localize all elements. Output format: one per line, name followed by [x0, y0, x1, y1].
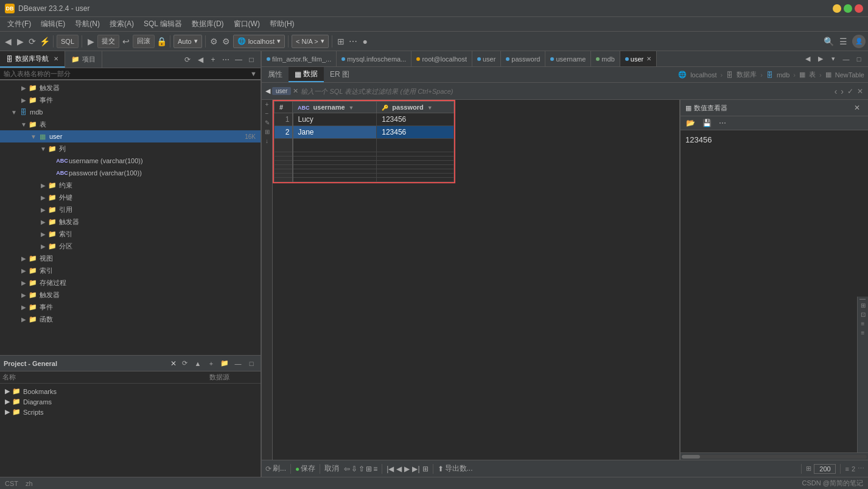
row1-username[interactable]: Lucy: [293, 113, 377, 126]
project-folder-icon[interactable]: 📁: [219, 358, 230, 369]
nav-up-icon[interactable]: ⇧: [359, 465, 365, 473]
toolbar-back-icon[interactable]: ◀: [2, 36, 13, 47]
menu-help[interactable]: 帮助(H): [265, 18, 299, 30]
tree-item-events2[interactable]: ▶ 📁 事件: [0, 301, 261, 313]
editor-tabs-min[interactable]: —: [841, 54, 852, 65]
save-button[interactable]: 保存: [301, 463, 315, 474]
db-search-input[interactable]: [0, 68, 261, 80]
toolbar-link-icon[interactable]: ⚙: [221, 36, 232, 47]
sub-tab-properties[interactable]: 属性: [262, 67, 289, 82]
project-close-icon[interactable]: ✕: [170, 359, 177, 368]
tree-item-views[interactable]: ▶ 📁 视图: [0, 252, 261, 264]
page-count-btn[interactable]: ⊞: [422, 465, 429, 473]
tree-item-user-table[interactable]: ▼ ▦ user 16K: [0, 130, 261, 142]
tree-item-tables[interactable]: ▼ 📁 表: [0, 118, 261, 130]
db-nav-close-icon[interactable]: ✕: [54, 55, 58, 62]
row-count-more-icon[interactable]: ⋯: [858, 465, 864, 473]
tree-item-refs[interactable]: ▶ 📁 引用: [0, 203, 261, 216]
maximize-button[interactable]: [844, 4, 852, 13]
menu-window[interactable]: 窗口(W): [229, 18, 265, 30]
editor-tab-user1[interactable]: user: [472, 51, 501, 66]
tree-item-columns-folder[interactable]: ▼ 📁 列: [0, 142, 261, 155]
project-up-icon[interactable]: ▲: [192, 358, 203, 369]
tree-item-functions[interactable]: ▶ 📁 函数: [0, 313, 261, 325]
editor-tabs-scroll-left[interactable]: ◀: [802, 54, 813, 65]
nav-align-icon[interactable]: ⇦: [344, 465, 350, 473]
proj-item-diagrams[interactable]: ▶ 📁 Diagrams: [2, 396, 258, 407]
editor-tab-film-actor[interactable]: film_actor.fk_film_...: [262, 51, 337, 66]
menu-nav[interactable]: 导航(N): [70, 18, 105, 30]
toolbar-more-icon[interactable]: ●: [360, 36, 371, 47]
row-paste-icon[interactable]: ↓: [265, 138, 268, 144]
filter-apply-icon[interactable]: ✓: [846, 87, 855, 96]
sub-tab-er[interactable]: ER 图: [324, 67, 355, 82]
tree-item-triggers1[interactable]: ▶ 📁 触发器: [0, 82, 261, 94]
vv-save-btn[interactable]: 💾: [699, 118, 715, 128]
tree-item-procedures[interactable]: ▶ 📁 存储过程: [0, 276, 261, 289]
tab-db-navigator[interactable]: 🗄 数据库导航 ✕: [0, 51, 65, 68]
filter-navigate-left-icon[interactable]: ◀: [265, 87, 270, 95]
table-row[interactable]: 2 Jane 123456: [275, 126, 454, 139]
submit-button[interactable]: 提交: [97, 35, 119, 48]
toolbar-settings-icon[interactable]: ⋯: [348, 36, 359, 47]
editor-tab-mysql[interactable]: mysql.infoschema...: [337, 51, 411, 66]
filter-clear-icon[interactable]: ✕: [856, 87, 864, 96]
menu-search[interactable]: 搜索(A): [105, 18, 139, 30]
toolbar-home-icon[interactable]: ⟳: [27, 36, 38, 47]
refresh-button[interactable]: 刷...: [273, 463, 286, 474]
vv-open-btn[interactable]: 📂: [683, 118, 698, 128]
toolbar-search-icon[interactable]: 🔍: [823, 36, 834, 47]
tree-item-indexes2[interactable]: ▶ 📁 索引: [0, 228, 261, 240]
rollback-button[interactable]: 回滚: [133, 35, 155, 48]
col-header-username[interactable]: ABC username ▼: [293, 102, 377, 113]
nav-sync-icon[interactable]: ⟳: [182, 54, 193, 65]
sql-button[interactable]: SQL: [57, 35, 79, 48]
sql-filter-input[interactable]: [301, 88, 830, 95]
tree-item-triggers3[interactable]: ▶ 📁 触发器: [0, 289, 261, 301]
filter-nav-next[interactable]: ›: [839, 86, 845, 96]
nav-rows-icon[interactable]: ≡: [373, 465, 377, 473]
close-button[interactable]: [855, 4, 863, 13]
editor-tab-mdb[interactable]: mdb: [591, 51, 620, 66]
row-add-icon[interactable]: +: [265, 101, 269, 108]
row2-password[interactable]: 123456: [377, 126, 454, 139]
toolbar-undo-icon[interactable]: ↩: [121, 36, 131, 47]
tree-item-partitions[interactable]: ▶ 📁 分区: [0, 240, 261, 252]
vv-more-btn[interactable]: ⋯: [716, 118, 729, 128]
menu-file[interactable]: 文件(F): [2, 18, 36, 30]
toolbar-forward-icon[interactable]: ▶: [15, 36, 26, 47]
proj-item-scripts[interactable]: ▶ 📁 Scripts: [2, 407, 258, 417]
rab-btn4[interactable]: ≡: [861, 320, 865, 327]
row-copy-icon[interactable]: ⊞: [265, 128, 270, 135]
editor-tabs-scroll-right[interactable]: ▶: [815, 54, 826, 65]
editor-tab-user2-close[interactable]: ✕: [646, 55, 651, 62]
vv-close-btn[interactable]: ✕: [851, 102, 863, 113]
menu-database[interactable]: 数据库(D): [187, 18, 229, 30]
toolbar-connect-icon[interactable]: ⚙: [209, 36, 220, 47]
nav-max-icon[interactable]: □: [246, 54, 257, 65]
cancel-button[interactable]: 取消: [324, 463, 339, 474]
username-sort-icon[interactable]: ▼: [349, 105, 354, 111]
nav-more-icon[interactable]: ⋯: [220, 54, 231, 65]
menu-edit[interactable]: 编辑(E): [36, 18, 70, 30]
nav-new-db-icon[interactable]: +: [208, 54, 219, 65]
page-first-btn[interactable]: |◀: [387, 465, 394, 473]
tree-item-events1[interactable]: ▶ 📁 事件: [0, 94, 261, 106]
editor-tab-password[interactable]: password: [501, 51, 545, 66]
password-sort-icon[interactable]: ▼: [427, 105, 433, 111]
toolbar-refresh-icon[interactable]: ⚡: [39, 36, 50, 47]
na-dropdown[interactable]: < N/A >▾: [292, 35, 329, 48]
proj-item-bookmarks[interactable]: ▶ 📁 Bookmarks: [2, 386, 258, 396]
toolbar-execute-icon[interactable]: ▶: [85, 36, 96, 47]
toolbar-grid-icon[interactable]: ⊞: [335, 36, 346, 47]
filter-nav-prev[interactable]: ‹: [833, 86, 839, 96]
row-del-icon[interactable]: −: [265, 110, 269, 117]
menu-sql-editor[interactable]: SQL 编辑器: [139, 18, 187, 30]
row-edit-icon[interactable]: ✎: [265, 119, 270, 126]
tree-item-triggers2[interactable]: ▶ 📁 触发器: [0, 216, 261, 228]
rab-btn5[interactable]: ≡: [861, 329, 865, 336]
nav-collapse-icon[interactable]: ◀: [195, 54, 206, 65]
page-last-btn[interactable]: ▶|: [412, 465, 419, 473]
data-grid-scroll[interactable]: # ABC username ▼ 🔑 passwor: [273, 100, 679, 460]
auto-commit-dropdown[interactable]: Auto▾: [173, 35, 202, 48]
